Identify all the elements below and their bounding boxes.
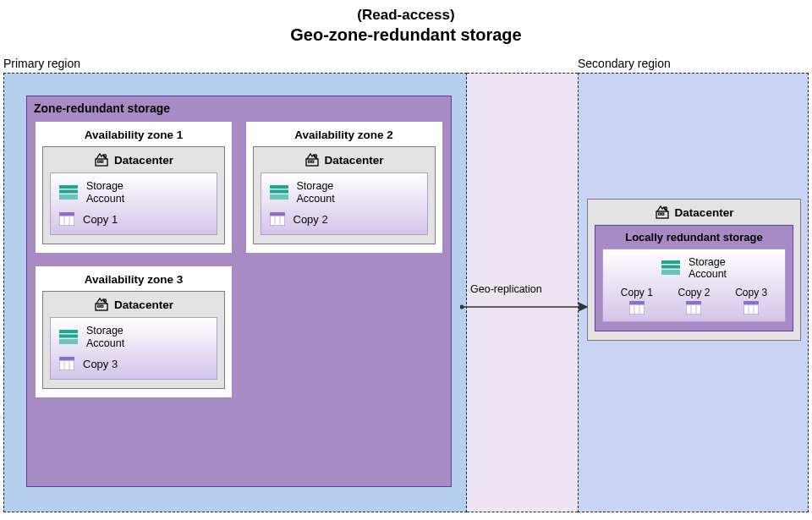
diagram-title: Geo-zone-redundant storage	[0, 25, 812, 45]
storage-account-icon	[59, 330, 78, 345]
datacenter-icon	[655, 205, 670, 220]
copy-label: Copy 3	[735, 287, 767, 298]
datacenter-label: Datacenter	[675, 206, 734, 219]
datacenter-label: Datacenter	[325, 154, 384, 167]
diagram-subtitle: (Read-access)	[0, 7, 812, 24]
storage-account-label: Storage Account	[86, 325, 124, 350]
copy-icon	[743, 301, 759, 315]
storage-account-box: Storage Account Copy 1	[50, 172, 217, 235]
lrs-storage-box: Storage Account Copy 1 Copy 2 Copy 3	[602, 249, 786, 322]
geo-replication-arrow	[460, 300, 594, 314]
datacenter: Datacenter Storage Account Copy 2	[253, 146, 436, 244]
datacenter-label: Datacenter	[114, 154, 173, 167]
copy-label: Copy 2	[678, 287, 710, 298]
storage-account-label: Storage Account	[297, 180, 335, 205]
storage-account-icon	[270, 185, 288, 200]
availability-zone-1: Availability zone 1 Datacenter Storage A…	[36, 122, 232, 253]
zone-title: Availability zone 3	[42, 273, 225, 286]
primary-region-label: Primary region	[3, 57, 80, 70]
secondary-datacenter: Datacenter Locally redundant storage Sto…	[587, 199, 801, 341]
copy-item: Copy 2	[678, 287, 710, 315]
copy-label: Copy 2	[294, 213, 328, 226]
storage-account-box: Storage Account Copy 2	[261, 172, 428, 235]
datacenter-icon	[94, 152, 109, 167]
copy-label: Copy 1	[621, 287, 653, 298]
copy-icon	[686, 301, 701, 315]
datacenter-icon	[94, 297, 109, 312]
storage-account-box: Storage Account Copy 3	[50, 317, 217, 380]
zrs-container: Zone-redundant storage Availability zone…	[26, 96, 452, 487]
secondary-region: Datacenter Locally redundant storage Sto…	[578, 73, 809, 512]
datacenter-label: Datacenter	[114, 298, 173, 311]
datacenter-icon	[304, 152, 320, 167]
copies-row: Copy 1 Copy 2 Copy 3	[610, 287, 778, 315]
datacenter: Datacenter Storage Account Copy 3	[42, 291, 225, 389]
copy-label: Copy 1	[83, 213, 118, 226]
zrs-title: Zone-redundant storage	[34, 101, 444, 115]
primary-region: Zone-redundant storage Availability zone…	[3, 73, 467, 512]
copy-label: Copy 3	[83, 358, 118, 370]
geo-replication-label: Geo-replication	[470, 283, 542, 295]
availability-zone-3: Availability zone 3 Datacenter Storage A…	[36, 266, 232, 397]
copy-icon	[59, 212, 74, 226]
availability-zone-2: Availability zone 2 Datacenter Storage A…	[246, 122, 442, 253]
secondary-region-label: Secondary region	[578, 57, 671, 70]
storage-account-icon	[661, 260, 680, 276]
zone-title: Availability zone 1	[42, 129, 225, 141]
copy-icon	[270, 212, 285, 226]
zone-title: Availability zone 2	[253, 129, 436, 141]
copy-icon	[59, 357, 74, 370]
copy-item: Copy 1	[621, 287, 653, 315]
copy-icon	[629, 301, 645, 315]
diagram-header: (Read-access) Geo-zone-redundant storage	[0, 0, 812, 45]
zones-grid: Availability zone 1 Datacenter Storage A…	[36, 122, 442, 397]
storage-account-icon	[59, 185, 78, 200]
storage-account-label: Storage Account	[689, 256, 727, 280]
datacenter: Datacenter Storage Account Copy 1	[42, 146, 225, 244]
lrs-container: Locally redundant storage Storage Accoun…	[595, 225, 793, 331]
lrs-title: Locally redundant storage	[602, 231, 786, 244]
svg-point-13	[460, 305, 464, 309]
storage-account-label: Storage Account	[86, 180, 124, 205]
copy-item: Copy 3	[735, 287, 767, 315]
